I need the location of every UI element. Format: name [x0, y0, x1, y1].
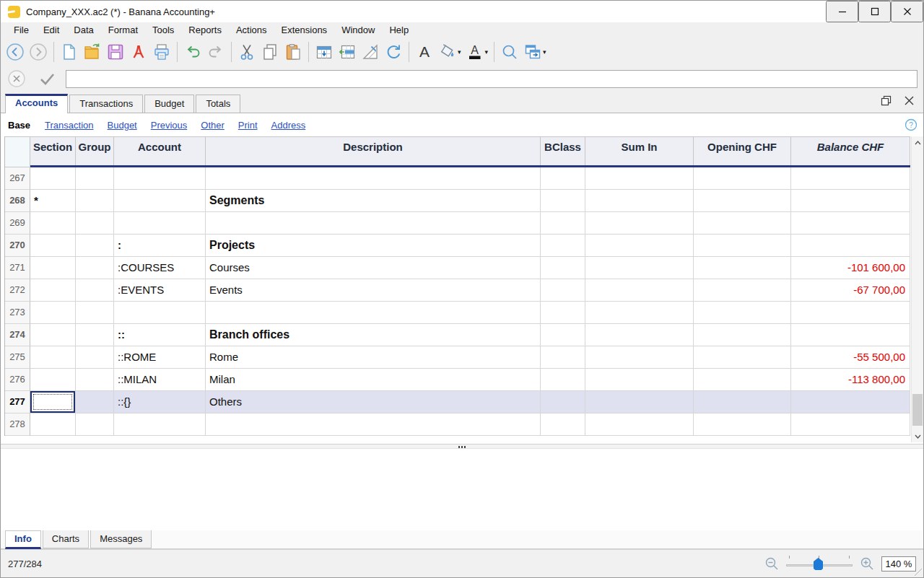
back-button[interactable] [4, 40, 27, 64]
view-link-print[interactable]: Print [238, 120, 258, 131]
table-design-button[interactable] [359, 40, 382, 64]
insert-rows-button[interactable] [313, 40, 336, 64]
cell-balance[interactable]: -101 600,00 [791, 257, 910, 279]
slider-handle[interactable] [814, 558, 823, 570]
cell-group[interactable] [76, 190, 114, 212]
cell-balance[interactable] [791, 413, 910, 436]
row-number[interactable]: 274 [5, 324, 30, 346]
cell-account[interactable]: : [114, 235, 206, 257]
cell-sum_in[interactable] [585, 346, 694, 369]
cell-description[interactable]: Milan [206, 369, 541, 391]
cell-description[interactable]: Branch offices [206, 324, 541, 346]
cell-section[interactable] [30, 167, 76, 190]
cell-group[interactable] [76, 279, 114, 302]
maximize-button[interactable] [858, 1, 891, 22]
cell-description[interactable] [206, 212, 541, 235]
cell-sum_in[interactable] [585, 391, 694, 413]
cell-group[interactable] [76, 369, 114, 391]
cell-bclass[interactable] [541, 324, 585, 346]
tab-charts[interactable]: Charts [43, 530, 89, 548]
font-color-button[interactable]: A▾ [463, 40, 491, 64]
cell-account[interactable] [114, 212, 206, 235]
cell-balance[interactable] [791, 302, 910, 324]
recalculate-button[interactable] [382, 40, 405, 64]
search-button[interactable] [498, 40, 521, 64]
cell-description[interactable] [206, 413, 541, 436]
menu-reports[interactable]: Reports [181, 22, 229, 38]
menu-data[interactable]: Data [66, 22, 100, 38]
cell-balance[interactable]: -113 800,00 [791, 369, 910, 391]
header-balance[interactable]: Balance CHF [791, 137, 910, 167]
show-windows-button[interactable]: ▾ [521, 40, 549, 64]
menu-tools[interactable]: Tools [145, 22, 181, 38]
cell-bclass[interactable] [541, 391, 585, 413]
fill-color-button[interactable]: ▾ [436, 40, 463, 64]
cell-opening[interactable] [694, 279, 791, 302]
extract-rows-button[interactable] [336, 40, 359, 64]
scroll-up-button[interactable] [912, 136, 924, 149]
cell-bclass[interactable] [541, 257, 585, 279]
open-file-button[interactable] [81, 40, 104, 64]
cell-bclass[interactable] [541, 279, 585, 302]
cell-balance[interactable]: -67 700,00 [791, 279, 910, 302]
restore-pane-icon[interactable] [881, 95, 892, 107]
view-link-previous[interactable]: Previous [151, 120, 188, 131]
save-file-button[interactable] [104, 40, 127, 64]
tab-totals[interactable]: Totals [196, 95, 240, 113]
row-number[interactable]: 275 [5, 346, 30, 369]
fill-color-dropdown-caret[interactable]: ▾ [458, 48, 461, 56]
cell-opening[interactable] [694, 413, 791, 436]
cell-description[interactable]: Segments [206, 190, 541, 212]
copy-button[interactable] [258, 40, 282, 64]
view-link-transaction[interactable]: Transaction [45, 120, 93, 131]
cell-sum_in[interactable] [585, 190, 694, 212]
header-description[interactable]: Description [206, 137, 541, 167]
font-color-dropdown-caret[interactable]: ▾ [485, 48, 489, 56]
row-number[interactable]: 276 [5, 369, 30, 391]
row-number[interactable]: 267 [5, 167, 30, 190]
cell-opening[interactable] [694, 257, 791, 279]
cell-description[interactable]: Events [206, 279, 541, 302]
cell-sum_in[interactable] [585, 279, 694, 302]
cell-section[interactable] [30, 302, 76, 324]
cell-opening[interactable] [694, 190, 791, 212]
cell-bclass[interactable] [541, 369, 585, 391]
help-icon[interactable]: ? [905, 118, 918, 131]
cell-sum_in[interactable] [585, 167, 694, 190]
menu-help[interactable]: Help [382, 22, 416, 38]
cell-account[interactable]: :EVENTS [114, 279, 206, 302]
cell-section[interactable] [30, 212, 76, 235]
cell-opening[interactable] [694, 369, 791, 391]
cell-section[interactable] [30, 369, 76, 391]
zoom-out-icon[interactable] [764, 556, 779, 571]
tab-info[interactable]: Info [5, 530, 41, 549]
cell-bclass[interactable] [541, 235, 585, 257]
show-windows-dropdown-caret[interactable]: ▾ [543, 48, 546, 56]
menu-window[interactable]: Window [334, 22, 382, 38]
tab-accounts[interactable]: Accounts [5, 94, 68, 113]
view-link-other[interactable]: Other [201, 120, 225, 131]
zoom-level-box[interactable]: 140 % [881, 556, 916, 572]
cell-group[interactable] [76, 212, 114, 235]
tab-messages[interactable]: Messages [90, 530, 152, 548]
header-section[interactable]: Section [30, 137, 76, 167]
tab-transactions[interactable]: Transactions [69, 95, 143, 113]
cell-balance[interactable] [791, 212, 910, 235]
cell-description[interactable]: Projects [206, 235, 541, 257]
cell-section[interactable] [30, 235, 76, 257]
cell-description[interactable]: Rome [206, 346, 541, 369]
cell-bclass[interactable] [541, 190, 585, 212]
cell-sum_in[interactable] [585, 257, 694, 279]
cell-balance[interactable] [791, 235, 910, 257]
cell-group[interactable] [76, 413, 114, 436]
cell-section[interactable] [30, 257, 76, 279]
row-number[interactable]: 273 [5, 302, 30, 324]
scroll-down-button[interactable] [912, 430, 924, 442]
cell-sum_in[interactable] [585, 369, 694, 391]
row-number[interactable]: 268 [5, 190, 30, 212]
menu-edit[interactable]: Edit [36, 22, 66, 38]
cell-sum_in[interactable] [585, 324, 694, 346]
cell-account[interactable] [114, 190, 206, 212]
header-bclass[interactable]: BClass [541, 137, 585, 167]
cell-group[interactable] [76, 324, 114, 346]
